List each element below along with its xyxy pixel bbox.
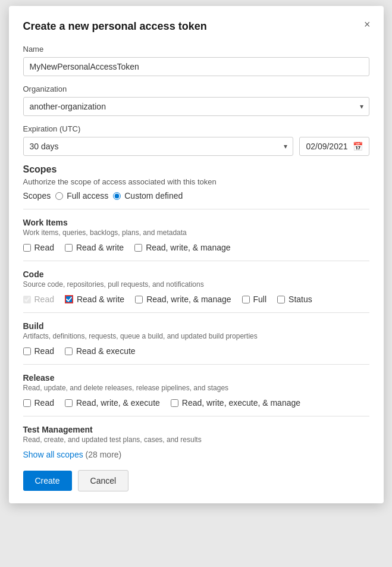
release-read-write-execute-checkbox[interactable]	[65, 399, 73, 407]
code-read-write-manage-checkbox[interactable]	[135, 296, 143, 303]
release-full-manage-label[interactable]: Read, write, execute, & manage	[171, 398, 300, 408]
release-section: Release Read, update, and delete release…	[23, 373, 369, 408]
build-section: Build Artifacts, definitions, requests, …	[23, 321, 369, 356]
work-items-options: Read Read & write Read, write, & manage	[23, 243, 369, 252]
build-read-execute-label[interactable]: Read & execute	[65, 346, 136, 356]
build-description: Artifacts, definitions, requests, queue …	[23, 332, 369, 340]
divider-3	[23, 312, 369, 313]
build-read-execute-text: Read & execute	[76, 346, 136, 356]
code-status-label[interactable]: Status	[277, 295, 312, 304]
date-picker[interactable]: 02/09/2021 📅	[299, 137, 369, 156]
full-access-radio[interactable]	[55, 192, 63, 200]
code-status-text: Status	[288, 295, 312, 304]
scopes-section: Scopes Authorize the scope of access ass…	[23, 164, 369, 201]
close-button[interactable]: ×	[362, 17, 373, 32]
expiration-field-group: Expiration (UTC) 7 days 30 days 90 days …	[23, 124, 369, 156]
code-options: Read Read & write Read, write, & manage	[23, 295, 369, 304]
scopes-options-row: Scopes Full access Custom defined	[23, 191, 369, 201]
name-input[interactable]	[23, 57, 369, 76]
code-read-label[interactable]: Read	[23, 295, 54, 304]
code-read-write-manage-label[interactable]: Read, write, & manage	[135, 295, 231, 304]
expiration-select-wrapper: 7 days 30 days 90 days 1 year Custom ▾	[23, 137, 294, 156]
custom-defined-radio[interactable]	[113, 192, 121, 200]
checkmark-icon	[66, 296, 72, 302]
release-read-label[interactable]: Read	[23, 398, 54, 408]
show-all-row: Show all scopes (28 more)	[23, 450, 369, 459]
release-read-checkbox[interactable]	[23, 399, 31, 407]
code-read-text: Read	[35, 295, 54, 304]
work-items-read-write-manage-checkbox[interactable]	[134, 244, 142, 252]
work-items-read-write-manage-label[interactable]: Read, write, & manage	[134, 243, 230, 252]
build-read-execute-checkbox[interactable]	[65, 347, 73, 355]
divider-4	[23, 364, 369, 365]
work-items-title: Work Items	[23, 218, 369, 227]
org-field-group: Organization another-organization my-org…	[23, 84, 369, 116]
custom-defined-radio-label[interactable]: Custom defined	[113, 191, 183, 201]
build-title: Build	[23, 321, 369, 331]
test-management-section: Test Management Read, create, and update…	[23, 425, 369, 444]
code-status-checkbox[interactable]	[277, 296, 285, 303]
work-items-section: Work Items Work items, queries, backlogs…	[23, 218, 369, 252]
date-value: 02/09/2021	[306, 142, 347, 151]
more-count: (28 more)	[86, 450, 122, 459]
name-label: Name	[23, 45, 369, 54]
action-row: Create Cancel	[23, 470, 369, 491]
custom-defined-label: Custom defined	[124, 191, 183, 201]
cancel-button[interactable]: Cancel	[78, 470, 129, 491]
calendar-icon: 📅	[353, 142, 363, 151]
work-items-read-write-text: Read & write	[76, 243, 124, 252]
expiration-select[interactable]: 7 days 30 days 90 days 1 year Custom	[23, 137, 294, 156]
build-read-label[interactable]: Read	[23, 346, 54, 356]
code-title: Code	[23, 270, 369, 279]
work-items-read-checkbox[interactable]	[23, 244, 31, 252]
code-read-write-manage-text: Read, write, & manage	[146, 295, 231, 304]
test-management-description: Read, create, and updated test plans, ca…	[23, 436, 369, 444]
build-options: Read Read & execute	[23, 346, 369, 356]
scopes-description: Authorize the scope of access associated…	[23, 177, 369, 186]
code-full-checkbox[interactable]	[242, 296, 250, 303]
code-description: Source code, repositories, pull requests…	[23, 280, 369, 289]
code-full-label[interactable]: Full	[242, 295, 267, 304]
show-all-link[interactable]: Show all scopes	[23, 450, 83, 459]
modal-title: Create a new personal access token	[23, 20, 369, 33]
scopes-title: Scopes	[23, 164, 369, 175]
code-full-text: Full	[253, 295, 267, 304]
expiration-label: Expiration (UTC)	[23, 124, 369, 133]
org-select[interactable]: another-organization my-organization	[23, 97, 369, 116]
org-select-wrapper: another-organization my-organization ▾	[23, 97, 369, 116]
expiration-row: 7 days 30 days 90 days 1 year Custom ▾ 0…	[23, 137, 369, 156]
work-items-read-write-label[interactable]: Read & write	[65, 243, 124, 252]
work-items-read-text: Read	[35, 243, 54, 252]
full-access-radio-label[interactable]: Full access	[55, 191, 108, 201]
build-read-checkbox[interactable]	[23, 347, 31, 355]
release-read-write-execute-label[interactable]: Read, write, & execute	[65, 398, 160, 408]
work-items-read-label[interactable]: Read	[23, 243, 54, 252]
work-items-read-write-manage-text: Read, write, & manage	[146, 243, 230, 252]
work-items-description: Work items, queries, backlogs, plans, an…	[23, 228, 369, 237]
release-title: Release	[23, 373, 369, 383]
divider-1	[23, 209, 369, 209]
create-button[interactable]: Create	[23, 471, 72, 491]
full-access-label: Full access	[67, 191, 108, 201]
release-full-manage-text: Read, write, execute, & manage	[182, 398, 300, 408]
code-read-checkbox[interactable]	[23, 296, 31, 303]
divider-2	[23, 261, 369, 261]
divider-5	[23, 416, 369, 416]
release-description: Read, update, and delete releases, relea…	[23, 384, 369, 392]
code-section: Code Source code, repositories, pull req…	[23, 270, 369, 304]
code-read-write-label[interactable]: Read & write	[65, 295, 124, 304]
org-label: Organization	[23, 84, 369, 93]
test-management-title: Test Management	[23, 425, 369, 434]
release-read-text: Read	[35, 398, 54, 408]
code-read-write-checkbox[interactable]	[65, 295, 73, 303]
release-options: Read Read, write, & execute Read, write,…	[23, 398, 369, 408]
work-items-read-write-checkbox[interactable]	[65, 244, 73, 252]
name-field-group: Name	[23, 45, 369, 76]
release-full-manage-checkbox[interactable]	[171, 399, 178, 407]
code-read-write-text: Read & write	[77, 295, 124, 304]
release-read-write-execute-text: Read, write, & execute	[76, 398, 160, 408]
build-read-text: Read	[35, 346, 54, 356]
scopes-label: Scopes	[23, 191, 51, 201]
create-token-modal: Create a new personal access token × Nam…	[9, 6, 384, 503]
